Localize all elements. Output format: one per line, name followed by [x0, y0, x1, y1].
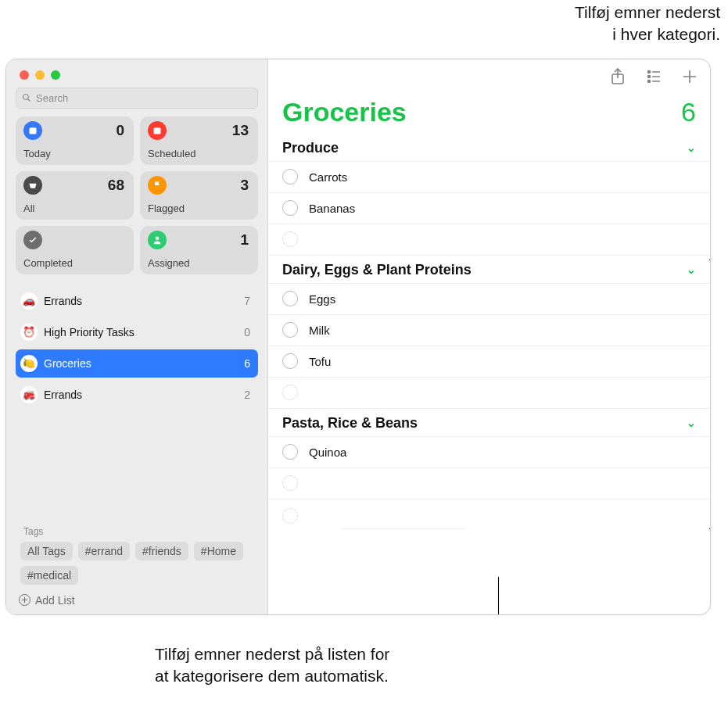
list-icon: 🚒 — [20, 386, 38, 403]
tag-all-tags[interactable]: All Tags — [20, 542, 73, 560]
my-lists: 🚗Errands7⏰High Priority Tasks0🍋Groceries… — [6, 284, 267, 521]
smart-list-assigned[interactable]: 1 Assigned — [140, 226, 258, 274]
annotation-bottom: Tilføj emner nederst på listen for at ka… — [155, 643, 499, 688]
svg-point-0 — [23, 95, 29, 100]
list-count: 7 — [244, 295, 250, 307]
list-name: Errands — [44, 295, 238, 307]
reminder-item[interactable]: Eggs — [268, 284, 710, 315]
add-item-in-section[interactable] — [268, 378, 710, 409]
section-header[interactable]: Dairy, Eggs & Plant Proteins⌄ — [268, 256, 710, 284]
list-icon: 🚗 — [20, 292, 38, 310]
assigned-icon — [148, 231, 167, 249]
search-icon — [22, 93, 31, 102]
ghost-toggle — [282, 231, 298, 247]
complete-toggle[interactable] — [282, 322, 298, 338]
list-name: High Priority Tasks — [44, 326, 238, 338]
complete-toggle[interactable] — [282, 353, 298, 369]
reminders-content: Produce⌄CarrotsBananasDairy, Eggs & Plan… — [268, 134, 710, 532]
section-title: Pasta, Rice & Beans — [282, 415, 418, 431]
sidebar-list-errands[interactable]: 🚒Errands2 — [16, 381, 258, 409]
reminder-item[interactable]: Bananas — [268, 193, 710, 224]
chevron-down-icon[interactable]: ⌄ — [687, 263, 696, 276]
minimize-window-button[interactable] — [35, 70, 45, 80]
add-item-bottom[interactable] — [268, 500, 710, 532]
reminder-title: Quinoa — [309, 446, 346, 459]
tag-errand[interactable]: #errand — [78, 542, 130, 560]
section-header[interactable]: Produce⌄ — [268, 134, 710, 162]
annotation-bracket-right — [710, 260, 711, 529]
chevron-down-icon[interactable]: ⌄ — [687, 417, 696, 429]
ghost-toggle — [282, 385, 298, 400]
today-icon — [23, 121, 42, 140]
flagged-icon — [148, 176, 167, 195]
list-count: 6 — [244, 357, 250, 370]
reminder-title: Milk — [309, 324, 330, 337]
close-window-button[interactable] — [20, 70, 29, 80]
section-title: Produce — [282, 140, 339, 156]
sidebar-list-errands[interactable]: 🚗Errands7 — [16, 287, 258, 315]
annotation-top: Tilføj emner nederst i hver kategori. — [0, 2, 720, 46]
smart-list-today[interactable]: 0 Today — [16, 116, 134, 165]
section-header[interactable]: Pasta, Rice & Beans⌄ — [268, 409, 710, 437]
svg-rect-4 — [154, 127, 161, 134]
list-icon: 🍋 — [20, 355, 38, 372]
sidebar: Search 0 Today 13 Scheduled — [6, 59, 268, 614]
complete-toggle[interactable] — [282, 444, 298, 460]
share-icon[interactable] — [610, 68, 626, 85]
svg-point-11 — [648, 80, 651, 82]
tag-home[interactable]: #Home — [194, 542, 243, 560]
sidebar-list-high-priority-tasks[interactable]: ⏰High Priority Tasks0 — [16, 318, 258, 346]
search-input[interactable]: Search — [16, 88, 258, 109]
chevron-down-icon[interactable]: ⌄ — [687, 141, 696, 154]
reminder-title: Eggs — [309, 292, 335, 306]
complete-toggle[interactable] — [282, 200, 298, 216]
svg-point-7 — [648, 70, 651, 73]
add-list-button[interactable]: Add List — [6, 589, 267, 614]
ghost-toggle — [282, 475, 298, 491]
toolbar — [268, 59, 710, 94]
view-options-icon[interactable] — [646, 68, 662, 85]
reminders-window: Search 0 Today 13 Scheduled — [5, 59, 711, 615]
reminder-item[interactable]: Milk — [268, 315, 710, 346]
ghost-toggle — [282, 508, 298, 524]
zoom-window-button[interactable] — [51, 70, 60, 80]
list-count: 2 — [244, 389, 250, 401]
window-controls — [6, 59, 267, 88]
smart-list-completed[interactable]: Completed — [16, 226, 134, 274]
add-item-in-section[interactable] — [268, 224, 710, 256]
complete-toggle[interactable] — [282, 169, 298, 184]
tags-container: All Tags#errand#friends#Home#medical — [6, 542, 267, 589]
list-name: Errands — [44, 389, 238, 401]
svg-point-5 — [156, 236, 160, 240]
list-count: 0 — [244, 326, 250, 338]
reminder-item[interactable]: Carrots — [268, 162, 710, 193]
list-count: 6 — [681, 97, 696, 127]
list-icon: ⏰ — [20, 324, 38, 341]
tags-header: Tags — [6, 521, 267, 542]
svg-point-9 — [648, 75, 651, 77]
reminder-item[interactable]: Quinoa — [268, 437, 710, 468]
plus-icon — [19, 594, 30, 606]
completed-icon — [23, 231, 42, 249]
svg-line-1 — [28, 99, 30, 102]
list-name: Groceries — [44, 357, 238, 370]
tag-friends[interactable]: #friends — [135, 542, 188, 560]
section-title: Dairy, Eggs & Plant Proteins — [282, 262, 472, 278]
add-reminder-icon[interactable] — [682, 68, 698, 85]
tag-medical[interactable]: #medical — [20, 566, 78, 585]
main-pane: Groceries 6 Produce⌄CarrotsBananasDairy,… — [268, 59, 710, 614]
add-item-in-section[interactable] — [268, 468, 710, 500]
smart-lists-grid: 0 Today 13 Scheduled 68 All — [6, 115, 267, 278]
sidebar-list-groceries[interactable]: 🍋Groceries6 — [16, 349, 258, 378]
reminder-title: Tofu — [309, 355, 331, 368]
complete-toggle[interactable] — [282, 291, 298, 306]
smart-list-flagged[interactable]: 3 Flagged — [140, 171, 258, 220]
list-title: Groceries — [282, 97, 407, 127]
scheduled-icon — [148, 121, 167, 140]
reminder-title: Carrots — [309, 170, 347, 184]
reminder-item[interactable]: Tofu — [268, 346, 710, 378]
smart-list-all[interactable]: 68 All — [16, 171, 134, 220]
all-icon — [23, 176, 42, 195]
search-placeholder: Search — [36, 92, 68, 104]
smart-list-scheduled[interactable]: 13 Scheduled — [140, 116, 258, 165]
